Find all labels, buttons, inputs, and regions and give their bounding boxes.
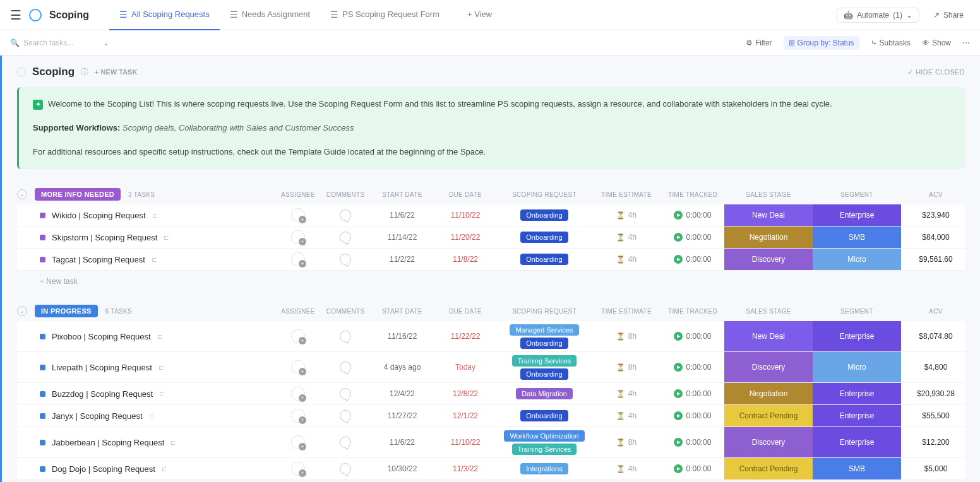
- task-name[interactable]: Tagcat | Scoping Request: [52, 255, 145, 264]
- task-options-icon[interactable]: ⊏: [149, 413, 154, 420]
- task-row[interactable]: Pixoboo | Scoping Request⊏11/16/2211/22/…: [17, 321, 965, 352]
- assignee-placeholder[interactable]: [291, 360, 305, 374]
- play-icon[interactable]: ▶: [674, 438, 683, 447]
- time-estimate[interactable]: ⏳8h: [592, 438, 661, 447]
- due-date[interactable]: 11/10/22: [434, 211, 497, 220]
- time-tracked[interactable]: ▶0:00:00: [661, 438, 724, 447]
- assignee-cell[interactable]: [276, 387, 320, 401]
- sales-rep-cell[interactable]: [971, 208, 980, 222]
- menu-icon[interactable]: ☰: [10, 8, 21, 23]
- assignee-cell[interactable]: [276, 435, 320, 449]
- acv-value[interactable]: $84,000: [901, 233, 971, 242]
- task-name[interactable]: Dog Dojo | Scoping Request: [52, 464, 155, 474]
- task-name[interactable]: Janyx | Scoping Request: [52, 411, 143, 421]
- due-date[interactable]: 11/8/22: [434, 255, 497, 264]
- status-badge[interactable]: IN PROGRESS: [35, 305, 98, 317]
- assignee-cell[interactable]: [276, 329, 320, 343]
- start-date[interactable]: 11/6/22: [371, 438, 434, 447]
- assignee-cell[interactable]: [276, 230, 320, 244]
- status-dot[interactable]: [40, 391, 45, 397]
- time-estimate[interactable]: ⏳4h: [592, 255, 661, 264]
- time-tracked[interactable]: ▶0:00:00: [661, 255, 724, 264]
- sales-rep-cell[interactable]: [971, 329, 980, 343]
- assignee-placeholder[interactable]: [291, 329, 305, 343]
- collapse-toggle[interactable]: ⌄: [17, 189, 27, 199]
- acv-value[interactable]: $23,940: [901, 211, 971, 220]
- start-date[interactable]: 11/16/22: [371, 332, 434, 341]
- play-icon[interactable]: ▶: [674, 363, 683, 372]
- segment[interactable]: Enterprise: [813, 427, 901, 457]
- segment[interactable]: SMB: [813, 226, 901, 248]
- play-icon[interactable]: ▶: [674, 332, 683, 341]
- add-view-button[interactable]: + View: [457, 0, 502, 30]
- task-row[interactable]: Tagcat | Scoping Request⊏11/2/2211/8/22O…: [17, 249, 965, 271]
- sales-stage[interactable]: Negotiation: [724, 226, 813, 248]
- task-name[interactable]: Wikido | Scoping Request: [52, 211, 146, 220]
- acv-value[interactable]: $55,500: [901, 411, 971, 420]
- sales-stage[interactable]: Contract Pending: [724, 405, 813, 426]
- sales-stage[interactable]: Contract Pending: [724, 458, 813, 479]
- task-row[interactable]: Wikido | Scoping Request⊏11/6/2211/10/22…: [17, 204, 965, 226]
- more-icon[interactable]: ⋯: [962, 38, 970, 47]
- sales-stage[interactable]: Discovery: [724, 352, 813, 382]
- share-button[interactable]: ↗ Share: [927, 8, 970, 22]
- scoping-pill[interactable]: Onboarding: [520, 232, 568, 243]
- time-estimate[interactable]: ⏳4h: [592, 233, 661, 242]
- play-icon[interactable]: ▶: [674, 255, 683, 264]
- time-estimate[interactable]: ⏳4h: [592, 389, 661, 398]
- status-badge[interactable]: MORE INFO NEEDED: [35, 188, 121, 201]
- play-icon[interactable]: ▶: [674, 464, 683, 473]
- acv-value[interactable]: $20,930.28: [901, 389, 971, 398]
- segment[interactable]: SMB: [813, 458, 901, 479]
- scoping-pill[interactable]: Training Services: [512, 355, 577, 367]
- comments-cell[interactable]: [320, 362, 371, 373]
- scoping-pill[interactable]: Onboarding: [520, 338, 568, 349]
- segment[interactable]: Enterprise: [813, 383, 901, 404]
- comments-cell[interactable]: [320, 437, 371, 448]
- time-tracked[interactable]: ▶0:00:00: [661, 389, 724, 398]
- assignee-cell[interactable]: [276, 409, 320, 423]
- assignee-placeholder[interactable]: [291, 252, 305, 266]
- sales-rep-cell[interactable]: [971, 461, 980, 476]
- time-tracked[interactable]: ▶0:00:00: [661, 332, 724, 341]
- sales-stage[interactable]: Discovery: [724, 249, 813, 270]
- filter-button[interactable]: ⚙Filter: [746, 38, 772, 47]
- task-options-icon[interactable]: ⊏: [152, 256, 157, 263]
- acv-value[interactable]: $4,800: [901, 363, 971, 372]
- play-icon[interactable]: ▶: [674, 233, 683, 242]
- due-date[interactable]: 11/22/22: [434, 332, 497, 341]
- start-date[interactable]: 11/6/22: [371, 211, 434, 220]
- status-dot[interactable]: [40, 365, 45, 370]
- assignee-placeholder[interactable]: [291, 387, 305, 401]
- acv-value[interactable]: $8,074.80: [901, 332, 971, 341]
- sales-rep-cell[interactable]: [971, 387, 980, 401]
- task-row[interactable]: Jabberbean | Scoping Request⊏11/6/2211/1…: [17, 427, 965, 458]
- scoping-pill[interactable]: Data Migration: [516, 388, 573, 399]
- comments-cell[interactable]: [320, 209, 371, 221]
- segment[interactable]: Micro: [813, 249, 901, 270]
- time-tracked[interactable]: ▶0:00:00: [661, 464, 724, 473]
- status-dot[interactable]: [40, 334, 45, 339]
- scoping-pill[interactable]: Onboarding: [520, 368, 568, 380]
- assignee-placeholder[interactable]: [291, 208, 305, 222]
- assignee-placeholder[interactable]: [291, 462, 305, 476]
- task-name[interactable]: Pixoboo | Scoping Request: [52, 332, 151, 341]
- task-row[interactable]: Janyx | Scoping Request⊏11/27/2212/1/22O…: [17, 405, 965, 427]
- sales-stage[interactable]: Discovery: [724, 427, 813, 457]
- scoping-pill[interactable]: Training Services: [512, 444, 577, 455]
- start-date[interactable]: 4 days ago: [371, 363, 434, 372]
- comments-cell[interactable]: [320, 331, 371, 342]
- scoping-pill[interactable]: Integrations: [520, 463, 568, 474]
- task-row[interactable]: Dog Dojo | Scoping Request⊏10/30/2211/3/…: [17, 458, 965, 480]
- play-icon[interactable]: ▶: [674, 211, 683, 220]
- status-dot[interactable]: [40, 413, 45, 419]
- play-icon[interactable]: ▶: [674, 411, 683, 420]
- comments-cell[interactable]: [320, 388, 371, 399]
- due-date[interactable]: 11/10/22: [434, 438, 497, 447]
- time-estimate[interactable]: ⏳8h: [592, 332, 661, 341]
- sales-rep-cell[interactable]: [971, 360, 980, 374]
- sales-stage[interactable]: New Deal: [724, 321, 813, 351]
- segment[interactable]: Micro: [813, 352, 901, 382]
- comments-cell[interactable]: [320, 463, 371, 474]
- task-options-icon[interactable]: ⊏: [157, 333, 162, 340]
